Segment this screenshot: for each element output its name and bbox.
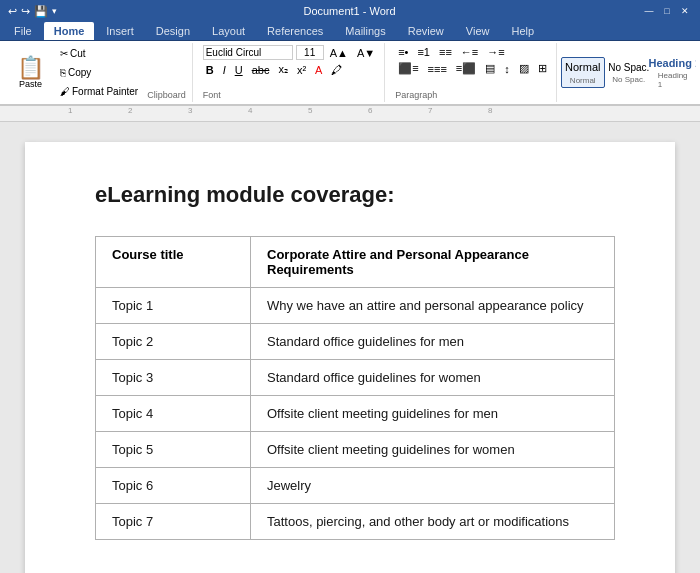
window-controls: — □ ✕ <box>642 4 692 18</box>
topic-cell: Topic 1 <box>96 288 251 324</box>
font-color-button[interactable]: A <box>312 63 325 77</box>
tab-layout[interactable]: Layout <box>202 22 255 40</box>
coverage-table: Course title Corporate Attire and Person… <box>95 236 615 540</box>
subscript-button[interactable]: x₂ <box>275 62 291 77</box>
underline-button[interactable]: U <box>232 63 246 77</box>
topic-cell: Topic 2 <box>96 324 251 360</box>
font-name-input[interactable] <box>203 45 293 60</box>
tab-home[interactable]: Home <box>44 22 95 40</box>
copy-button[interactable]: ⎘ Copy <box>53 64 145 81</box>
table-row: Topic 3Standard office guidelines for wo… <box>96 360 615 396</box>
paste-button[interactable]: 📋 Paste <box>10 54 51 92</box>
highlight-button[interactable]: 🖍 <box>328 63 345 77</box>
paste-label: Paste <box>19 79 42 89</box>
decrease-font-button[interactable]: A▼ <box>354 46 378 60</box>
title-bar: ↩ ↪ 💾 ▾ Document1 - Word — □ ✕ <box>0 0 700 22</box>
dropdown-icon[interactable]: ▾ <box>52 6 57 16</box>
ruler-inner: 1 2 3 4 5 6 7 8 <box>8 106 692 121</box>
justify-button[interactable]: ▤ <box>482 61 498 76</box>
quick-access-toolbar: ↩ ↪ 💾 ▾ <box>8 5 57 18</box>
font-group: A▲ A▼ B I U abc x₂ x² A 🖍 Font <box>197 43 385 102</box>
clipboard-group: 📋 Paste ✂ Cut ⎘ Copy 🖌 Format Painter Cl… <box>4 43 193 102</box>
table-row: Topic 7Tattoos, piercing, and other body… <box>96 504 615 540</box>
table-header-row: Course title Corporate Attire and Person… <box>96 237 615 288</box>
styles-group: Normal Normal No Spac. No Spac. Heading … <box>561 43 696 102</box>
ruler-mark-1: 1 <box>68 106 72 115</box>
redo-icon[interactable]: ↪ <box>21 5 30 18</box>
borders-button[interactable]: ⊞ <box>535 61 550 76</box>
ruler: 1 2 3 4 5 6 7 8 <box>0 106 700 122</box>
ribbon-content: 📋 Paste ✂ Cut ⎘ Copy 🖌 Format Painter Cl… <box>0 41 700 106</box>
format-painter-icon: 🖌 <box>60 86 70 97</box>
copy-icon: ⎘ <box>60 67 66 78</box>
superscript-button[interactable]: x² <box>294 63 309 77</box>
table-row: Topic 1Why we have an attire and persona… <box>96 288 615 324</box>
align-right-button[interactable]: ≡⬛ <box>453 61 479 76</box>
numbering-button[interactable]: ≡1 <box>414 45 433 59</box>
paragraph-label: Paragraph <box>395 90 437 100</box>
page-title: eLearning module coverage: <box>95 182 615 208</box>
font-controls: A▲ A▼ B I U abc x₂ x² A 🖍 <box>203 45 378 77</box>
paragraph-group: ≡• ≡1 ≡≡ ←≡ →≡ ⬛≡ ≡≡≡ ≡⬛ ▤ ↕ ▨ ⊞ Paragra… <box>389 43 557 102</box>
ruler-mark-5: 5 <box>308 106 312 115</box>
line-spacing-button[interactable]: ↕ <box>501 62 513 76</box>
multilevel-list-button[interactable]: ≡≡ <box>436 45 455 59</box>
content-cell: Why we have an attire and personal appea… <box>251 288 615 324</box>
increase-font-button[interactable]: A▲ <box>327 46 351 60</box>
document-area: eLearning module coverage: Course title … <box>0 122 700 573</box>
content-cell: Jewelry <box>251 468 615 504</box>
header-col2: Corporate Attire and Personal Appearance… <box>251 237 615 288</box>
font-label: Font <box>203 90 221 100</box>
font-size-input[interactable] <box>296 45 324 60</box>
table-row: Topic 5Offsite client meeting guidelines… <box>96 432 615 468</box>
maximize-button[interactable]: □ <box>660 4 674 18</box>
strikethrough-button[interactable]: abc <box>249 63 273 77</box>
content-cell: Offsite client meeting guidelines for me… <box>251 396 615 432</box>
content-cell: Standard office guidelines for men <box>251 324 615 360</box>
cut-icon: ✂ <box>60 48 68 59</box>
increase-indent-button[interactable]: →≡ <box>484 45 507 59</box>
table-row: Topic 2Standard office guidelines for me… <box>96 324 615 360</box>
close-button[interactable]: ✕ <box>678 4 692 18</box>
topic-cell: Topic 7 <box>96 504 251 540</box>
style-normal[interactable]: Normal Normal <box>561 57 605 87</box>
style-heading1[interactable]: Heading 1 Heading 1 <box>653 53 696 92</box>
header-col1: Course title <box>96 237 251 288</box>
window-title: Document1 - Word <box>63 5 636 17</box>
ruler-mark-3: 3 <box>188 106 192 115</box>
style-no-spacing[interactable]: No Spac. No Spac. <box>607 58 651 87</box>
decrease-indent-button[interactable]: ←≡ <box>458 45 481 59</box>
tab-file[interactable]: File <box>4 22 42 40</box>
clipboard-label: Clipboard <box>147 90 186 100</box>
tab-references[interactable]: References <box>257 22 333 40</box>
tab-view[interactable]: View <box>456 22 500 40</box>
save-icon[interactable]: 💾 <box>34 5 48 18</box>
tab-mailings[interactable]: Mailings <box>335 22 395 40</box>
shading-button[interactable]: ▨ <box>516 61 532 76</box>
bold-button[interactable]: B <box>203 63 217 77</box>
minimize-button[interactable]: — <box>642 4 656 18</box>
bullets-button[interactable]: ≡• <box>395 45 411 59</box>
tab-design[interactable]: Design <box>146 22 200 40</box>
paste-icon: 📋 <box>17 57 44 79</box>
topic-cell: Topic 5 <box>96 432 251 468</box>
italic-button[interactable]: I <box>220 63 229 77</box>
table-row: Topic 6Jewelry <box>96 468 615 504</box>
page: eLearning module coverage: Course title … <box>25 142 675 573</box>
tab-help[interactable]: Help <box>501 22 544 40</box>
align-left-button[interactable]: ⬛≡ <box>395 61 421 76</box>
cut-button[interactable]: ✂ Cut <box>53 45 145 62</box>
tab-review[interactable]: Review <box>398 22 454 40</box>
ruler-mark-8: 8 <box>488 106 492 115</box>
ribbon: File Home Insert Design Layout Reference… <box>0 22 700 41</box>
content-cell: Offsite client meeting guidelines for wo… <box>251 432 615 468</box>
topic-cell: Topic 3 <box>96 360 251 396</box>
topic-cell: Topic 6 <box>96 468 251 504</box>
table-row: Topic 4Offsite client meeting guidelines… <box>96 396 615 432</box>
ruler-mark-6: 6 <box>368 106 372 115</box>
undo-icon[interactable]: ↩ <box>8 5 17 18</box>
content-cell: Tattoos, piercing, and other body art or… <box>251 504 615 540</box>
align-center-button[interactable]: ≡≡≡ <box>425 62 450 76</box>
tab-insert[interactable]: Insert <box>96 22 144 40</box>
format-painter-button[interactable]: 🖌 Format Painter <box>53 83 145 100</box>
